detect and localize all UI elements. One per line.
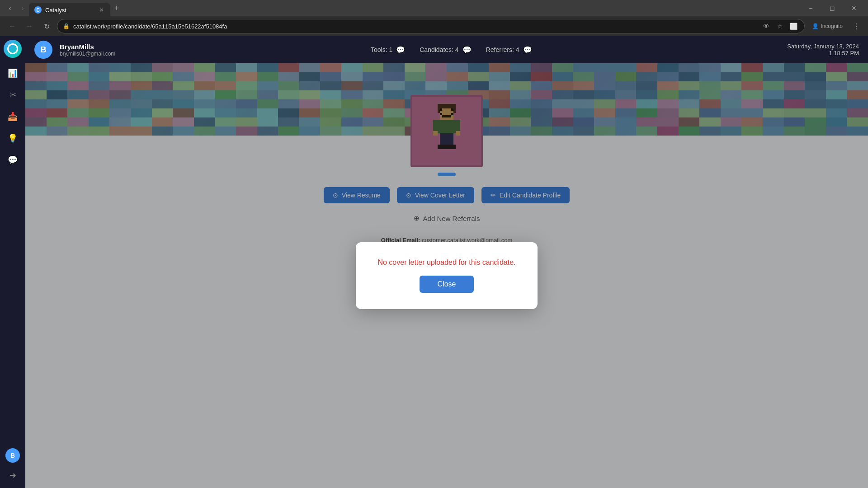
referrers-stat-icon: 💬 — [523, 46, 532, 54]
browser-chrome: ‹ › C Catalyst ✕ + − ◻ ✕ ← → ↻ 🔒 catalis… — [0, 0, 868, 36]
sidebar: 📊 ✂ 📥 💡 💬 B ➜ — [0, 36, 25, 488]
dialog-box: No cover letter uploaded for this candid… — [356, 242, 537, 309]
browser-tab[interactable]: C Catalyst ✕ — [29, 3, 110, 17]
minimize-button[interactable]: − — [800, 1, 821, 15]
app-header: B BryanMills bry.mills01@gmail.com Tools… — [25, 36, 868, 63]
candidates-stat: Candidates: 4 💬 — [420, 46, 471, 54]
close-window-button[interactable]: ✕ — [844, 1, 864, 15]
sidebar-item-ideas[interactable]: 💡 — [4, 129, 22, 147]
header-datetime: Saturday, January 13, 2024 1:18:57 PM — [787, 43, 859, 56]
tools-icon: ✂ — [9, 90, 16, 100]
sidebar-item-tools[interactable]: ✂ — [4, 86, 22, 104]
window-controls: − ◻ ✕ — [800, 1, 864, 15]
sidebar-item-analytics[interactable]: 📊 — [4, 64, 22, 82]
analytics-icon: 📊 — [8, 68, 18, 78]
new-tab-button[interactable]: + — [110, 2, 123, 14]
logo-inner — [7, 43, 18, 54]
header-user-avatar: B — [34, 41, 52, 59]
tools-stat-label: Tools: 1 — [371, 46, 392, 53]
messages-icon: 💬 — [8, 155, 18, 165]
browser-menu-button[interactable]: ⋮ — [850, 20, 863, 33]
tab-favicon: C — [34, 6, 42, 14]
app-container: 📊 ✂ 📥 💡 💬 B ➜ B BryanMills — [0, 36, 868, 488]
person-icon: 👤 — [812, 23, 819, 29]
idea-icon: 💡 — [8, 133, 18, 143]
user-name: BryanMills — [60, 43, 115, 51]
back-button[interactable]: ← — [5, 19, 19, 33]
tools-stat-icon: 💬 — [396, 46, 405, 54]
tools-stat: Tools: 1 💬 — [371, 46, 405, 54]
address-icons: 👁 ☆ ⬜ — [761, 21, 799, 32]
header-stats: Tools: 1 💬 Candidates: 4 💬 Referrers: 4 … — [123, 46, 780, 54]
address-bar[interactable]: 🔒 catalist.work/profile/candidate/65a115… — [57, 19, 805, 33]
dialog-close-button[interactable]: Close — [420, 276, 474, 293]
split-view-icon[interactable]: ⬜ — [788, 21, 799, 32]
referrers-stat-label: Referrers: 4 — [486, 46, 519, 53]
referrers-stat: Referrers: 4 💬 — [486, 46, 532, 54]
user-info: BryanMills bry.mills01@gmail.com — [60, 43, 115, 57]
candidates-stat-label: Candidates: 4 — [420, 46, 458, 53]
tab-nav-next[interactable]: › — [16, 2, 29, 14]
sidebar-user-avatar[interactable]: B — [5, 448, 20, 463]
candidates-stat-icon: 💬 — [462, 46, 472, 54]
tab-nav-prev[interactable]: ‹ — [4, 2, 16, 14]
logout-icon: ➜ — [9, 470, 16, 480]
sidebar-item-inbox[interactable]: 📥 — [4, 108, 22, 126]
inbox-icon: 📥 — [8, 112, 18, 122]
forward-button[interactable]: → — [23, 19, 36, 33]
user-email: bry.mills01@gmail.com — [60, 51, 115, 57]
dialog-message: No cover letter uploaded for this candid… — [377, 258, 515, 267]
address-bar-row: ← → ↻ 🔒 catalist.work/profile/candidate/… — [0, 16, 868, 36]
header-date: Saturday, January 13, 2024 — [787, 43, 859, 50]
dialog-overlay: No cover letter uploaded for this candid… — [25, 63, 868, 488]
logout-button[interactable]: ➜ — [4, 466, 22, 484]
bookmark-icon[interactable]: ☆ — [774, 21, 785, 32]
reload-button[interactable]: ↻ — [40, 19, 53, 33]
maximize-button[interactable]: ◻ — [822, 1, 843, 15]
incognito-badge: 👤 Incognito — [808, 23, 846, 29]
reader-mode-icon[interactable]: 👁 — [761, 21, 772, 32]
address-text: catalist.work/profile/candidate/65a115a1… — [73, 23, 757, 30]
lock-icon: 🔒 — [63, 23, 70, 29]
app-logo[interactable] — [4, 40, 22, 58]
tab-close-button[interactable]: ✕ — [98, 6, 105, 14]
main-content: B BryanMills bry.mills01@gmail.com Tools… — [25, 36, 868, 488]
page-content: ⊙ View Resume ⊙ View Cover Letter ✏ Edit… — [25, 63, 868, 488]
sidebar-item-messages[interactable]: 💬 — [4, 151, 22, 169]
header-time: 1:18:57 PM — [787, 50, 859, 56]
tab-title: Catalyst — [45, 7, 94, 14]
